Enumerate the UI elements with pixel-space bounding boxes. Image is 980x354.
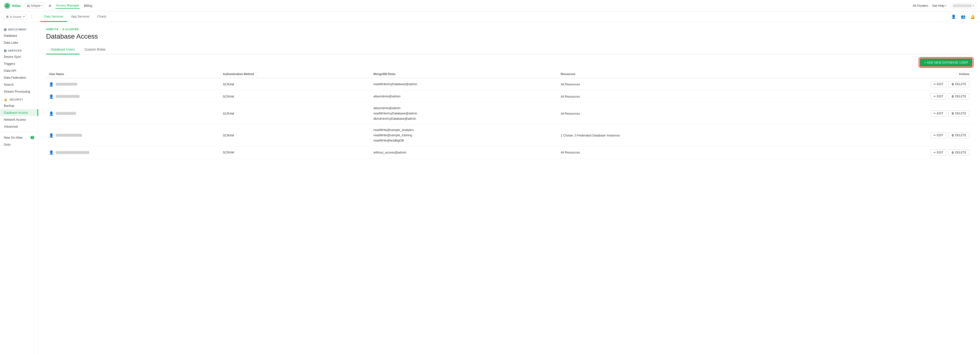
org-selector[interactable]: ▤ Airbyte ▾: [25, 3, 45, 9]
sidebar-item-data-api[interactable]: Data API: [0, 67, 38, 74]
role-entry: readWrite@sample_analytics: [374, 127, 555, 133]
settings-icon[interactable]: ⚙: [48, 4, 52, 8]
sidebar-item-triggers[interactable]: Triggers: [0, 60, 38, 67]
bell-icon[interactable]: 🔔: [969, 13, 976, 20]
second-nav: ▤ A-Cluster ▾ ⋮ Data Services App Servic…: [0, 11, 980, 22]
all-clusters-link[interactable]: All Clusters: [913, 4, 928, 8]
sidebar-item-database[interactable]: Database: [0, 32, 38, 39]
deployment-icon: ▤: [4, 28, 7, 31]
edit-button[interactable]: ✏ EDIT: [930, 149, 947, 156]
edit-button[interactable]: ✏ EDIT: [930, 132, 947, 138]
triggers-label: Triggers: [4, 62, 15, 65]
actions-cell: ✏ EDIT 🗑 DELETE: [803, 103, 972, 124]
sidebar-item-goto[interactable]: Goto: [0, 141, 38, 148]
stream-processing-label: Stream Processing: [4, 90, 30, 93]
data-api-label: Data API: [4, 69, 16, 72]
cluster-name: A-Cluster: [10, 15, 22, 18]
user-icon: 👤: [49, 133, 54, 138]
tab-custom-roles[interactable]: Custom Roles: [80, 45, 110, 54]
edit-button[interactable]: ✏ EDIT: [930, 93, 947, 100]
org-name: Airbyte: [31, 4, 40, 8]
get-help-link[interactable]: Get Help ▾: [932, 4, 947, 8]
sidebar-item-stream-processing[interactable]: Stream Processing: [0, 88, 38, 95]
table-row: 👤 SCRAMwithout_access@adminAll Resources…: [46, 146, 972, 159]
username-blur: [56, 134, 82, 137]
auth-method-cell: SCRAM: [220, 90, 371, 103]
resources-cell: All Resources: [558, 90, 803, 103]
delete-button[interactable]: 🗑 DELETE: [948, 81, 969, 87]
new-on-atlas-badge: 4: [30, 136, 34, 139]
group-icon[interactable]: 👥: [960, 13, 967, 20]
sidebar-item-search[interactable]: Search: [0, 81, 38, 88]
user-placeholder: [953, 4, 972, 7]
role-entry: readWriteAnyDatabase@admin: [374, 111, 555, 116]
username-sort-icon[interactable]: ↕: [66, 73, 67, 76]
delete-button[interactable]: 🗑 DELETE: [948, 110, 969, 117]
delete-button[interactable]: 🗑 DELETE: [948, 93, 969, 100]
roles-cell: atlasAdmin@adminreadWriteAnyDatabase@adm…: [371, 103, 558, 124]
user-icon: 👤: [49, 150, 54, 155]
user-icon: 👤: [49, 82, 54, 87]
sidebar-item-database-access[interactable]: Database Access: [0, 109, 38, 116]
add-new-database-user-button[interactable]: + ADD NEW DATABASE USER: [920, 58, 972, 67]
sidebar-item-data-lake[interactable]: Data Lake: [0, 39, 38, 46]
main-content: AIRBYTE › A-CLUSTER Database Access Data…: [38, 22, 980, 354]
logo-text: Atlas: [12, 3, 21, 8]
ellipsis-menu[interactable]: ⋮: [29, 14, 35, 19]
breadcrumb-cluster[interactable]: A-CLUSTER: [62, 28, 79, 31]
edit-button[interactable]: ✏ EDIT: [930, 110, 947, 117]
delete-button[interactable]: 🗑 DELETE: [948, 149, 969, 156]
auth-method-cell: SCRAM: [220, 78, 371, 90]
breadcrumb-org[interactable]: AIRBYTE: [46, 28, 59, 31]
breadcrumb: AIRBYTE › A-CLUSTER: [46, 28, 972, 31]
actions-cell: ✏ EDIT 🗑 DELETE: [803, 78, 972, 90]
section-deployment: ▤ DEPLOYMENT: [0, 25, 38, 32]
datalake-label: Data Lake: [4, 41, 18, 44]
username-cell: 👤: [46, 146, 220, 159]
col-auth-method: Authentication Method ↑: [220, 70, 371, 78]
cluster-icon: ▤: [6, 15, 8, 18]
org-icon: ▤: [27, 4, 30, 8]
sidebar-item-advanced[interactable]: Advanced: [0, 123, 38, 130]
sidebar-item-network-access[interactable]: Network Access: [0, 116, 38, 123]
database-users-table: User Name ↕ Authentication Method ↑ Mong…: [46, 70, 972, 159]
cluster-chevron: ▾: [23, 15, 25, 18]
username-blur: [56, 83, 77, 86]
user-icon: 👤: [49, 111, 54, 116]
org-chevron: ▾: [41, 4, 43, 7]
edit-button[interactable]: ✏ EDIT: [930, 81, 947, 87]
user-menu[interactable]: ▾: [950, 3, 976, 8]
cluster-selector[interactable]: ▤ A-Cluster ▾: [4, 14, 27, 19]
user-chevron: ▾: [973, 4, 974, 7]
backup-label: Backup: [4, 104, 14, 108]
person-icon[interactable]: 👤: [950, 13, 957, 20]
delete-button[interactable]: 🗑 DELETE: [948, 132, 969, 138]
nav-billing[interactable]: Billing: [83, 3, 93, 8]
get-help-label: Get Help: [932, 4, 945, 8]
sidebar-item-data-federation[interactable]: Data Federation: [0, 74, 38, 81]
tab-app-services[interactable]: App Services: [67, 11, 93, 22]
tab-charts[interactable]: Charts: [93, 11, 110, 22]
actions-cell: ✏ EDIT 🗑 DELETE: [803, 146, 972, 159]
user-icon: 👤: [49, 94, 54, 99]
sidebar-item-device-sync[interactable]: Device Sync: [0, 53, 38, 60]
table-row: 👤 SCRAMatlasAdmin@adminreadWriteAnyDatab…: [46, 103, 972, 124]
sidebar-item-backup[interactable]: Backup: [0, 102, 38, 109]
col-mongodb-roles: MongoDB Roles: [371, 70, 558, 78]
tab-database-users[interactable]: Database Users: [46, 45, 80, 54]
resources-cell: All Resources: [558, 103, 803, 124]
top-nav-links: Access Manager Billing: [56, 3, 93, 9]
role-entry: readWrite@testBigDB: [374, 138, 555, 143]
main-layout: ▤ DEPLOYMENT Database Data Lake ▤ SERVIC…: [0, 22, 980, 354]
tab-data-services[interactable]: Data Services: [40, 11, 67, 22]
auth-method-cell: SCRAM: [220, 103, 371, 124]
table-head: User Name ↕ Authentication Method ↑ Mong…: [46, 70, 972, 78]
goto-label: Goto: [4, 143, 11, 146]
second-nav-right: 👤 👥 🔔: [950, 13, 976, 20]
col-username: User Name ↕: [46, 70, 220, 78]
device-sync-label: Device Sync: [4, 55, 21, 59]
sidebar-item-new-on-atlas[interactable]: New On Atlas 4: [0, 134, 38, 141]
nav-access-manager[interactable]: Access Manager: [56, 3, 80, 9]
auth-sort-icon[interactable]: ↑: [256, 73, 257, 76]
actions-cell: ✏ EDIT 🗑 DELETE: [803, 90, 972, 103]
